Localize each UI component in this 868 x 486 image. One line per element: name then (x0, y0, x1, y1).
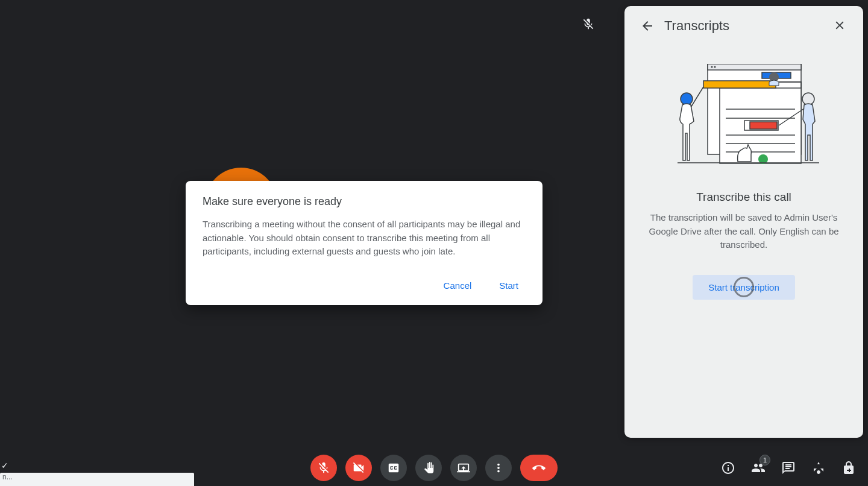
dialog-actions: Cancel Start (203, 277, 526, 294)
people-icon[interactable]: 1 (751, 461, 766, 475)
activities-icon[interactable] (811, 461, 826, 475)
participant-count-badge: 1 (760, 455, 770, 465)
svg-rect-12 (750, 122, 777, 129)
start-transcription-button[interactable]: Start transcription (693, 275, 795, 300)
call-controls (310, 455, 558, 481)
start-transcription-label: Start transcription (708, 282, 779, 292)
cancel-button[interactable]: Cancel (439, 277, 477, 294)
info-icon[interactable] (721, 461, 735, 475)
svg-rect-1 (708, 64, 801, 70)
dialog-title: Make sure everyone is ready (203, 195, 526, 208)
svg-point-3 (714, 66, 716, 68)
consent-dialog: Make sure everyone is ready Transcribing… (186, 181, 542, 305)
host-controls-icon[interactable] (841, 461, 856, 475)
svg-point-2 (711, 66, 713, 68)
transcribe-heading: Transcribe this call (640, 191, 848, 204)
status-bar-truncated: n... (0, 473, 194, 486)
panel-title: Transcripts (664, 18, 823, 34)
checkmark-icon: ✓ (1, 461, 8, 470)
raise-hand-button[interactable] (415, 455, 442, 481)
dialog-body: Transcribing a meeting without the conse… (203, 218, 526, 259)
captions-button[interactable] (380, 455, 407, 481)
mic-toggle-button[interactable] (310, 455, 337, 481)
mic-muted-indicator (580, 16, 597, 33)
more-options-button[interactable] (485, 455, 512, 481)
transcription-illustration (665, 64, 822, 172)
svg-point-18 (802, 93, 814, 105)
close-icon[interactable] (833, 19, 848, 33)
camera-toggle-button[interactable] (345, 455, 372, 481)
svg-point-16 (681, 93, 693, 105)
transcribe-description: The transcription will be saved to Admin… (640, 211, 848, 252)
bottom-right-icons: 1 (721, 461, 856, 475)
transcripts-panel: Transcripts (624, 6, 863, 438)
panel-header: Transcripts (640, 18, 848, 34)
start-button[interactable]: Start (494, 277, 523, 294)
back-arrow-icon[interactable] (640, 19, 655, 33)
present-screen-button[interactable] (450, 455, 477, 481)
svg-rect-11 (703, 81, 776, 88)
hangup-button[interactable] (520, 455, 558, 481)
chat-icon[interactable] (781, 461, 796, 475)
